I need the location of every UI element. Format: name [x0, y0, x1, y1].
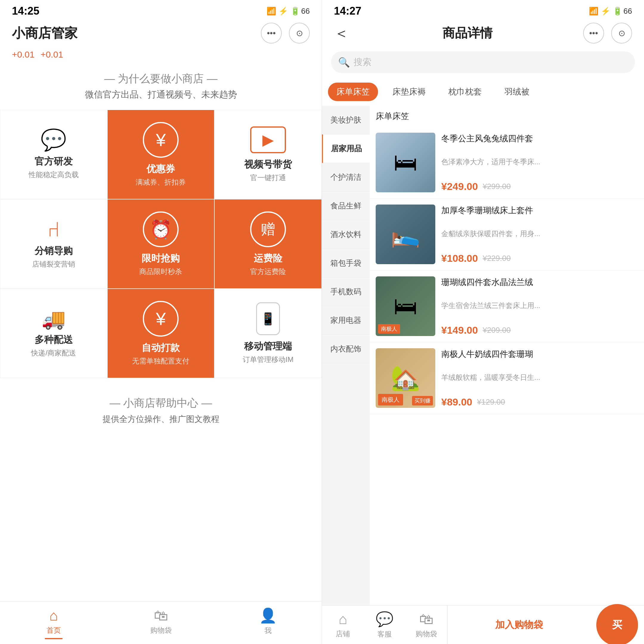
search-input-wrap[interactable]: 🔍 搜索 — [331, 51, 635, 73]
feature-sub-8: 无需单独配置支付 — [132, 356, 189, 366]
more-button[interactable]: ••• — [261, 23, 282, 44]
price-original-2: ¥229.00 — [483, 254, 511, 263]
right-bottom-nav: ⌂ 店铺 💬 客服 🛍 购物袋 — [322, 608, 447, 642]
sidebar-appliances[interactable]: 家用电器 — [322, 306, 370, 335]
r-battery-display: 🔋 66 — [613, 7, 632, 16]
product-image-4: 南极人 买到赚 — [376, 348, 435, 408]
feature-title-5: 限时抢购 — [142, 252, 180, 265]
product-name-3: 珊瑚绒四件套水晶法兰绒 — [441, 276, 638, 288]
product-list: 床单床笠 冬季公主风兔兔绒四件套 色泽素净大方，适用于冬季床... ¥249.0… — [370, 106, 644, 605]
r-nav-service[interactable]: 💬 客服 — [364, 608, 405, 642]
product-name-2: 加厚冬季珊瑚绒床上套件 — [441, 205, 638, 216]
right-nav-icons: ••• ⊙ — [583, 23, 632, 44]
feature-sub-7: 快递/商家配送 — [31, 348, 76, 358]
nav-cart[interactable]: 🛍 购物袋 — [107, 601, 215, 644]
target-button[interactable]: ⊙ — [289, 23, 310, 44]
price-current-2: ¥108.00 — [441, 253, 478, 264]
r-cart-icon: 🛍 — [419, 611, 434, 627]
product-info-1: 冬季公主风兔兔绒四件套 色泽素净大方，适用于冬季床... ¥249.00 ¥29… — [441, 133, 638, 192]
left-time: 14:25 — [12, 5, 39, 17]
product-item-3[interactable]: 南极人 珊瑚绒四件套水晶法兰绒 学生宿舍法兰绒三件套床上用... ¥149.00… — [370, 270, 644, 342]
sidebar-beauty[interactable]: 美妆护肤 — [322, 106, 370, 134]
buy-button[interactable]: 买 — [596, 604, 638, 644]
price-original-3: ¥209.00 — [483, 326, 511, 335]
truck-icon: 🚚 — [41, 309, 66, 329]
r-cart-label: 购物袋 — [416, 629, 437, 639]
r-nav-store[interactable]: ⌂ 店铺 — [322, 608, 364, 642]
feature-sub-9: 订单管理移动IM — [243, 355, 294, 364]
home-icon: ⌂ — [49, 607, 58, 624]
nav-home[interactable]: ⌂ 首页 — [0, 601, 107, 644]
sidebar-food[interactable]: 食品生鲜 — [322, 192, 370, 220]
cat-tab-0[interactable]: 床单床笠 — [328, 83, 378, 101]
feature-title-3: 视频号带货 — [244, 158, 292, 171]
feature-auto-pay[interactable]: ¥ 自动打款 无需单独配置支付 — [107, 289, 215, 378]
cat-tab-1[interactable]: 床垫床褥 — [384, 83, 434, 101]
left-nav-title: 小商店管家 — [12, 24, 78, 42]
product-info-2: 加厚冬季珊瑚绒床上套件 金貂绒亲肤保暖四件套，用身... ¥108.00 ¥22… — [441, 205, 638, 264]
right-status-bar: 14:27 📶 ⚡ 🔋 66 — [322, 0, 644, 20]
feature-flash-sale[interactable]: ⏰ 限时抢购 商品限时秒杀 — [107, 199, 215, 289]
price-original-1: ¥299.00 — [483, 182, 511, 191]
sidebar-phones[interactable]: 手机数码 — [322, 278, 370, 306]
left-status-icons: 📶 ⚡ 🔋 66 — [267, 7, 310, 16]
cart-label: 购物袋 — [150, 626, 172, 635]
product-price-4: ¥89.00 ¥129.00 — [441, 396, 638, 408]
search-placeholder: 搜索 — [354, 56, 371, 68]
feature-sub-4: 店铺裂变营销 — [32, 259, 75, 269]
service-label: 客服 — [377, 629, 392, 639]
cat-tab-2[interactable]: 枕巾枕套 — [440, 83, 490, 101]
cart-icon: 🛍 — [154, 607, 168, 624]
product-desc-3: 学生宿舍法兰绒三件套床上用... — [441, 301, 638, 310]
right-phone: 14:27 📶 ⚡ 🔋 66 ＜ 商品详情 ••• ⊙ 🔍 搜索 床单 — [322, 0, 644, 644]
feature-video-sell[interactable]: ▶ 视频号带货 官一键打通 — [214, 110, 322, 199]
sidebar-bags[interactable]: 箱包手袋 — [322, 249, 370, 278]
feature-sub-3: 官一键打通 — [250, 173, 286, 182]
store-icon: ⌂ — [339, 611, 347, 627]
feature-delivery[interactable]: 🚚 多种配送 快递/商家配送 — [0, 289, 107, 378]
r-more-button[interactable]: ••• — [583, 23, 604, 44]
r-target-button[interactable]: ⊙ — [611, 23, 632, 44]
help-title: — 小商店帮助中心 — — [6, 396, 316, 411]
sidebar-clothes[interactable]: 内衣配饰 — [322, 335, 370, 363]
feature-title-2: 优惠券 — [146, 162, 175, 176]
sidebar-personal[interactable]: 个护清洁 — [322, 163, 370, 192]
left-nav-bar: 小商店管家 ••• ⊙ — [0, 20, 322, 47]
product-price-3: ¥149.00 ¥209.00 — [441, 324, 638, 336]
feature-coupon[interactable]: ¥ 优惠券 满减券、折扣券 — [107, 110, 215, 199]
sidebar-drinks[interactable]: 酒水饮料 — [322, 220, 370, 249]
product-desc-4: 羊绒般软糯，温暖享受冬日生... — [441, 373, 638, 382]
feature-title-7: 多种配送 — [35, 333, 73, 346]
product-price-1: ¥249.00 ¥299.00 — [441, 181, 638, 192]
price-current-1: ¥249.00 — [441, 181, 478, 192]
promo-section: — 为什么要做小商店 — 微信官方出品、打通视频号、未来趋势 — [0, 63, 322, 104]
feature-shipping-ins[interactable]: 赠 运费险 官方运费险 — [214, 199, 322, 289]
product-name-4: 南极人牛奶绒四件套珊瑚 — [441, 348, 638, 360]
feature-distribution[interactable]: ⑁ 分销导购 店铺裂变营销 — [0, 199, 107, 289]
r-wifi-icon: ⚡ — [601, 7, 610, 16]
product-item-4[interactable]: 南极人 买到赚 南极人牛奶绒四件套珊瑚 羊绒般软糯，温暖享受冬日生... ¥89… — [370, 342, 644, 414]
price-current-3: ¥149.00 — [441, 324, 478, 336]
feature-title-6: 运费险 — [254, 252, 282, 265]
feature-mobile-mgmt[interactable]: 📱 移动管理端 订单管理移动IM — [214, 289, 322, 378]
features-grid: 💬 官方研发 性能稳定高负载 ¥ 优惠券 满减券、折扣券 ▶ 视频号带货 官一键… — [0, 110, 322, 378]
me-icon: 👤 — [259, 607, 277, 624]
right-status-icons: 📶 ⚡ 🔋 66 — [589, 7, 632, 16]
feature-official-dev[interactable]: 💬 官方研发 性能稳定高负载 — [0, 110, 107, 199]
help-section: — 小商店帮助中心 — 提供全方位操作、推广图文教程 — [0, 384, 322, 431]
content-area: 美妆护肤 居家用品 个护清洁 食品生鲜 酒水饮料 箱包手袋 手机数码 家用电器 … — [322, 106, 644, 605]
product-item-2[interactable]: 加厚冬季珊瑚绒床上套件 金貂绒亲肤保暖四件套，用身... ¥108.00 ¥22… — [370, 199, 644, 270]
cat-tab-3[interactable]: 羽绒被 — [496, 83, 538, 101]
feature-title-1: 官方研发 — [35, 155, 73, 168]
promo-title: — 为什么要做小商店 — — [6, 72, 316, 86]
product-item-1[interactable]: 冬季公主风兔兔绒四件套 色泽素净大方，适用于冬季床... ¥249.00 ¥29… — [370, 127, 644, 199]
right-nav-title: 商品详情 — [352, 25, 583, 41]
nav-me[interactable]: 👤 我 — [214, 601, 322, 644]
left-status-bar: 14:25 📶 ⚡ 🔋 66 — [0, 0, 322, 20]
r-nav-cart[interactable]: 🛍 购物袋 — [405, 608, 447, 642]
back-button[interactable]: ＜ — [334, 23, 352, 43]
right-bottom-bar: ⌂ 店铺 💬 客服 🛍 购物袋 加入购物袋 买 — [322, 605, 644, 644]
left-sidebar: 美妆护肤 居家用品 个护清洁 食品生鲜 酒水饮料 箱包手袋 手机数码 家用电器 … — [322, 106, 370, 605]
sidebar-home-goods[interactable]: 居家用品 — [322, 134, 370, 163]
add-to-cart-button[interactable]: 加入购物袋 — [447, 606, 590, 644]
